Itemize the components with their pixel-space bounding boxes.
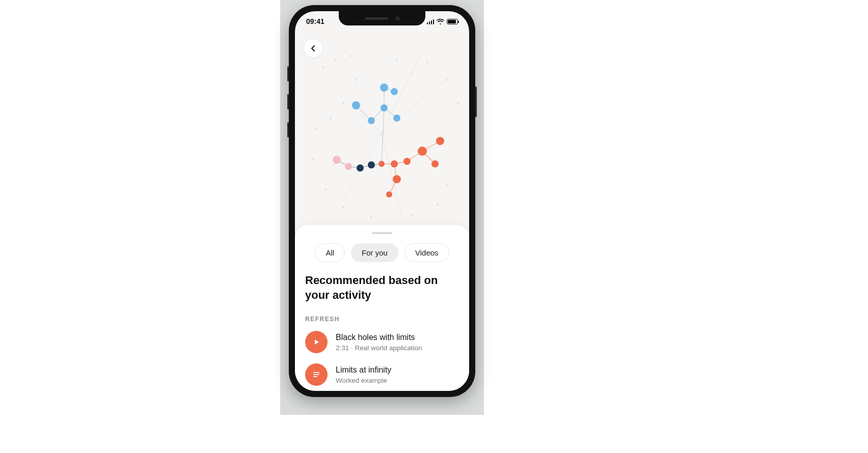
drag-handle[interactable]: [372, 232, 392, 234]
svg-rect-63: [313, 376, 317, 377]
svg-line-1: [382, 77, 448, 133]
svg-point-46: [391, 160, 398, 167]
document-icon: [305, 363, 328, 386]
svg-point-13: [314, 127, 316, 129]
svg-point-17: [437, 204, 439, 206]
item-subtitle: Worked example: [336, 377, 391, 384]
svg-point-34: [381, 104, 388, 111]
svg-point-52: [386, 191, 392, 197]
status-time: 09:41: [306, 17, 324, 25]
svg-point-16: [447, 183, 449, 185]
svg-point-15: [324, 188, 327, 190]
svg-point-21: [355, 79, 357, 81]
svg-point-23: [411, 71, 413, 73]
chevron-left-icon: [310, 45, 317, 52]
svg-rect-62: [313, 374, 319, 375]
svg-line-31: [382, 108, 384, 164]
svg-point-32: [380, 83, 388, 92]
refresh-label[interactable]: REFRESH: [305, 316, 459, 323]
svg-point-22: [396, 59, 398, 61]
svg-point-58: [345, 163, 352, 170]
phone-frame: 09:41: [289, 5, 475, 397]
tab-for-you[interactable]: For you: [351, 243, 398, 262]
svg-point-9: [350, 55, 352, 57]
filter-tabs: All For you Videos: [305, 243, 459, 262]
play-icon: [305, 331, 328, 353]
svg-point-36: [393, 115, 400, 122]
svg-point-50: [431, 160, 439, 167]
svg-point-20: [342, 206, 344, 208]
svg-point-37: [352, 101, 360, 109]
svg-line-4: [382, 52, 422, 133]
bottom-sheet: All For you Videos Recommended based on …: [295, 225, 469, 391]
svg-point-60: [368, 161, 375, 168]
battery-icon: [447, 19, 458, 24]
phone-screen: 09:41: [295, 11, 469, 391]
tab-all[interactable]: All: [315, 243, 345, 262]
svg-point-59: [357, 164, 364, 172]
svg-point-7: [322, 66, 324, 68]
svg-point-11: [447, 79, 449, 81]
item-subtitle: 2:31 · Real world application: [336, 344, 422, 352]
tab-videos[interactable]: Videos: [404, 243, 449, 262]
svg-point-10: [426, 61, 428, 63]
wifi-icon: [437, 19, 444, 24]
back-button[interactable]: [304, 39, 322, 58]
svg-point-33: [391, 88, 398, 95]
svg-point-49: [436, 137, 444, 145]
svg-point-51: [393, 175, 401, 183]
knowledge-graph[interactable]: [295, 32, 469, 230]
svg-point-14: [312, 158, 314, 160]
svg-point-8: [335, 59, 337, 61]
cellular-icon: [427, 19, 435, 24]
svg-point-19: [370, 216, 372, 218]
list-item[interactable]: Black holes with limits 2:31 · Real worl…: [305, 331, 459, 353]
svg-point-24: [342, 102, 344, 104]
svg-point-57: [333, 156, 341, 164]
svg-point-47: [403, 158, 411, 165]
svg-point-25: [330, 117, 332, 119]
list-item[interactable]: Limits at infinity Worked example: [305, 363, 459, 386]
svg-point-35: [368, 117, 375, 124]
svg-rect-61: [313, 372, 319, 373]
section-title: Recommended based on your activity: [305, 273, 459, 302]
device-notch: [339, 11, 425, 25]
item-title: Limits at infinity: [336, 365, 391, 376]
item-title: Black holes with limits: [336, 332, 422, 343]
svg-point-48: [418, 147, 427, 156]
svg-point-12: [457, 102, 459, 104]
svg-point-18: [411, 214, 413, 216]
